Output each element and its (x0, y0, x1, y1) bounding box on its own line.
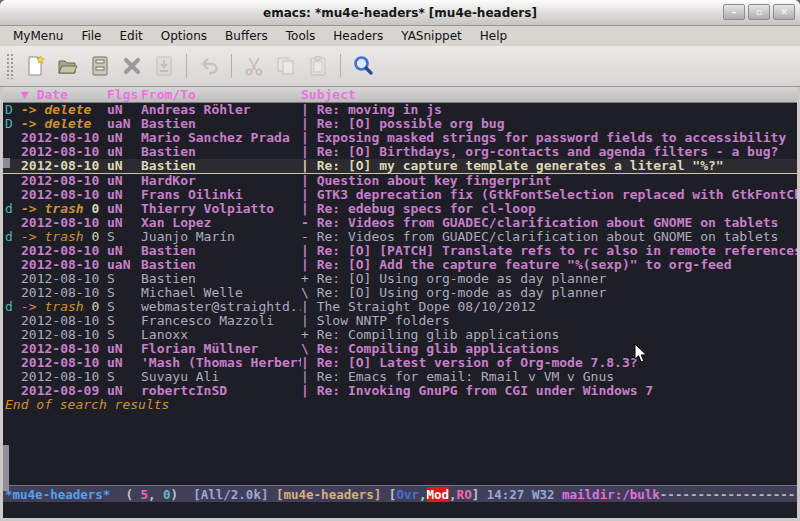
message-date: 2012-08-10 (21, 188, 107, 202)
search-button[interactable] (347, 50, 379, 82)
message-mark (5, 356, 21, 370)
mouse-cursor (634, 343, 648, 364)
message-date: 2012-08-10 (21, 370, 107, 384)
message-date: 2012-08-10 (21, 342, 107, 356)
cut-icon (242, 54, 266, 78)
message-date: 2012-08-10 (21, 314, 107, 328)
message-from: 'Mash (Thomas Herbert) (141, 356, 301, 370)
message-row[interactable]: d-> trash 0Swebmaster@straightd...| The … (3, 300, 797, 314)
modeline-segment: maildir:/bulk (562, 487, 660, 502)
message-row[interactable]: 2012-08-10uNMario Sanchez Prada| Exposin… (3, 131, 797, 145)
message-mark-action: -> trash (21, 230, 84, 244)
message-flags: S (107, 272, 141, 286)
modeline-segment: ) (171, 487, 194, 502)
scrollbar-thumb[interactable] (3, 445, 9, 491)
menu-buffers[interactable]: Buffers (216, 27, 277, 45)
message-row[interactable]: d-> trash 0SJuanjo Marín- Re: Videos fro… (3, 230, 797, 244)
buffer-area: ▼ Date Flgs From/To Subject D-> deleteuN… (0, 87, 800, 521)
message-from: Suvayu Ali (141, 370, 301, 384)
open-folder-button[interactable] (52, 50, 84, 82)
message-mark: D (5, 117, 21, 131)
message-row[interactable]: D-> deleteuaNBastien| Re: [O] possible o… (3, 117, 797, 131)
message-mark: D (5, 103, 21, 117)
menu-yasnippet[interactable]: YASnippet (392, 27, 471, 45)
toolbar-grip-handle[interactable] (6, 53, 14, 79)
message-row[interactable]: 2012-08-10uNBastien| Re: [O] Birthdays, … (3, 145, 797, 159)
menu-edit[interactable]: Edit (111, 27, 152, 45)
message-row[interactable]: 2012-08-10uaNBastien| Re: [O] Add the ca… (3, 258, 797, 272)
message-subject: | Re: [O] [PATCH] Translate refs to rc a… (301, 244, 797, 258)
message-from: Bastien (141, 117, 301, 131)
message-from: Bastien (141, 258, 301, 272)
message-row[interactable]: 2012-08-10uNBastien| Re: [O] [PATCH] Tra… (3, 244, 797, 258)
message-flags: uaN (107, 258, 141, 272)
current-line-fringe-marker (3, 158, 10, 168)
message-row[interactable]: 2012-08-10uNFlorian Müllner\ Re: Compili… (3, 342, 797, 356)
message-row[interactable]: 2012-08-10SFrancesco Mazzoli| Slow NNTP … (3, 314, 797, 328)
message-row[interactable]: D-> deleteuNAndreas Röhler| Re: moving i… (3, 103, 797, 117)
message-subject: | Slow NNTP folders (301, 314, 797, 328)
minimize-button[interactable]: – (723, 4, 745, 20)
message-row[interactable]: d-> trash 0uNThierry Volpiatto| Re: edeb… (3, 202, 797, 216)
message-row[interactable]: 2012-08-10SMichael Welle\ Re: [O] Using … (3, 286, 797, 300)
message-mark-action: -> delete (21, 117, 91, 131)
message-subject: | Question about key fingerprint (301, 174, 797, 188)
menu-mymenu[interactable]: MyMenu (4, 27, 72, 45)
titlebar: emacs: *mu4e-headers* [mu4e-headers] –▫✕ (0, 0, 800, 26)
message-from: Bastien (141, 145, 301, 159)
modeline: *mu4e-headers* ( 5, 0) [All/2.0k] [mu4e-… (3, 485, 797, 502)
message-date: 2012-08-10 (21, 131, 107, 145)
column-mark (5, 87, 21, 102)
close-button[interactable]: ✕ (773, 4, 795, 20)
message-row[interactable]: 2012-08-09uNrobertcInSD| Re: Invoking Gn… (3, 384, 797, 398)
close-buffer-button[interactable] (116, 50, 148, 82)
modeline-segment: [ (381, 487, 396, 502)
message-row[interactable]: 2012-08-10uNHardKor| Question about key … (3, 174, 797, 188)
menu-headers[interactable]: Headers (324, 27, 392, 45)
message-row[interactable]: 2012-08-10uNFrans Oilinki| GTK3 deprecat… (3, 188, 797, 202)
save-button[interactable] (84, 50, 116, 82)
minibuffer[interactable] (3, 502, 797, 518)
message-subject: | Re: [O] Latest version of Org-mode 7.8… (301, 356, 797, 370)
column-date: ▼ Date (21, 87, 107, 102)
menu-options[interactable]: Options (152, 27, 216, 45)
message-date: 2012-08-10 (21, 216, 107, 230)
message-row[interactable]: 2012-08-10uNBastien| Re: [O] my capture … (3, 159, 797, 174)
message-flags: uN (107, 131, 141, 145)
message-flags: S (107, 328, 141, 342)
message-mark (5, 370, 21, 384)
toolbar (0, 46, 800, 87)
message-mark (5, 216, 21, 230)
message-row[interactable]: 2012-08-10uN'Mash (Thomas Herbert)| Re: … (3, 356, 797, 370)
message-subject: | Exposing masked strings for password f… (301, 131, 797, 145)
maximize-button[interactable]: ▫ (748, 4, 770, 20)
modeline-segment: , (148, 487, 163, 502)
message-row[interactable]: 2012-08-10SSuvayu Ali| Re: Emacs for ema… (3, 370, 797, 384)
message-row[interactable]: 2012-08-10uNXan Lopez- Re: Videos from G… (3, 216, 797, 230)
message-subject: | Re: moving in js (301, 103, 797, 117)
message-subject: + Re: [O] Using org-mode as day planner (301, 272, 797, 286)
save-as-button (148, 50, 180, 82)
message-mark (5, 342, 21, 356)
message-date: 2012-08-10 (21, 244, 107, 258)
message-mark (5, 188, 21, 202)
new-file-button[interactable] (20, 50, 52, 82)
message-flags: S (107, 314, 141, 328)
cut-button (238, 50, 270, 82)
message-date: -> trash 0 (21, 230, 107, 244)
menu-help[interactable]: Help (471, 27, 516, 45)
menu-file[interactable]: File (72, 27, 110, 45)
message-flags: uN (107, 159, 141, 173)
message-mark (5, 258, 21, 272)
close-icon (120, 54, 144, 78)
message-from: Francesco Mazzoli (141, 314, 301, 328)
message-date: 2012-08-10 (21, 272, 107, 286)
message-row[interactable]: 2012-08-10SBastien+ Re: [O] Using org-mo… (3, 272, 797, 286)
message-flags: uN (107, 342, 141, 356)
message-row[interactable]: 2012-08-10SLanoxx+ Re: Compiling glib ap… (3, 328, 797, 342)
message-from: HardKor (141, 174, 301, 188)
column-flags: Flgs (107, 87, 141, 102)
emacs-window: emacs: *mu4e-headers* [mu4e-headers] –▫✕… (0, 0, 800, 521)
message-from: robertcInSD (141, 384, 301, 398)
menu-tools[interactable]: Tools (277, 27, 325, 45)
